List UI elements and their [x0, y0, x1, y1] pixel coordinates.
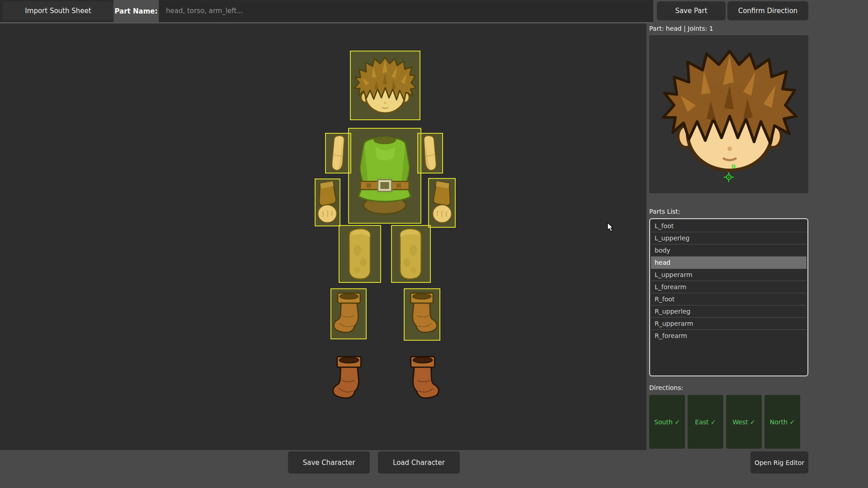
joint-marker-label: 0	[731, 163, 736, 170]
directions-row: South ✓ East ✓ West ✓ North ✓	[649, 395, 803, 449]
parts-list-item-head[interactable]: head	[651, 257, 807, 269]
part-box-right-foot[interactable]	[404, 288, 440, 341]
left-boot-unassigned-sprite[interactable]	[331, 353, 366, 403]
save-part-label: Save Part	[675, 7, 707, 15]
direction-button-east[interactable]: East ✓	[688, 395, 723, 449]
parts-list-item-l-foot[interactable]: L_foot	[651, 220, 807, 232]
parts-list-item-r-upperarm[interactable]: R_upperarm	[651, 318, 807, 330]
parts-list[interactable]: L_foot L_upperleg body head L_upperarm L…	[649, 218, 808, 376]
parts-list-label: Parts List:	[649, 208, 680, 215]
import-south-sheet-button[interactable]: Import South Sheet	[3, 1, 113, 20]
right-upperleg-sprite	[392, 226, 430, 282]
joint-marker-icon[interactable]	[724, 172, 734, 182]
save-character-button[interactable]: Save Character	[288, 451, 370, 474]
right-upperarm-sprite	[419, 133, 441, 174]
body-sprite	[350, 130, 419, 218]
direction-button-south[interactable]: South ✓	[649, 395, 685, 449]
parts-list-item-l-upperleg[interactable]: L_upperleg	[651, 232, 807, 244]
parts-list-item-r-upperleg[interactable]: R_upperleg	[651, 305, 807, 318]
open-rig-editor-button[interactable]: Open Rig Editor	[750, 451, 808, 474]
mouse-cursor	[607, 222, 613, 232]
part-preview: 0	[649, 35, 808, 193]
bottom-toolbar: Save Character Load Character Open Rig E…	[0, 450, 868, 488]
part-box-left-upperleg[interactable]	[339, 225, 381, 283]
confirm-direction-button[interactable]: Confirm Direction	[727, 1, 808, 20]
parts-list-item-l-upperarm[interactable]: L_upperarm	[651, 269, 807, 281]
right-foot-sprite	[406, 290, 439, 337]
part-box-right-upperarm[interactable]	[417, 133, 443, 174]
save-character-label: Save Character	[303, 459, 355, 467]
open-rig-editor-label: Open Rig Editor	[755, 459, 804, 466]
parts-list-item-body[interactable]: body	[651, 244, 807, 257]
left-forearm-sprite	[316, 180, 339, 225]
part-box-left-upperarm[interactable]	[325, 133, 351, 174]
left-foot-sprite	[332, 290, 365, 337]
head-sprite	[354, 53, 417, 118]
part-box-head[interactable]	[350, 51, 420, 120]
preview-head-sprite	[662, 44, 797, 180]
load-character-label: Load Character	[393, 459, 445, 467]
part-name-label: Part Name:	[113, 0, 159, 22]
direction-button-west[interactable]: West ✓	[726, 395, 762, 449]
right-forearm-sprite	[430, 180, 454, 225]
directions-label: Directions:	[649, 384, 683, 391]
part-box-right-upperleg[interactable]	[391, 225, 431, 283]
parts-list-item-r-foot[interactable]: R_foot	[651, 293, 807, 305]
load-character-button[interactable]: Load Character	[378, 451, 460, 474]
save-part-button[interactable]: Save Part	[657, 1, 726, 20]
parts-list-item-r-forearm[interactable]: R_forearm	[651, 330, 807, 342]
direction-button-north[interactable]: North ✓	[764, 395, 800, 449]
part-box-right-forearm[interactable]	[428, 178, 456, 228]
left-upperarm-sprite	[327, 133, 349, 174]
part-info-header: Part: head | Joints: 1	[649, 25, 713, 32]
left-upperleg-sprite	[340, 226, 379, 282]
confirm-direction-label: Confirm Direction	[738, 7, 798, 15]
part-name-input[interactable]	[160, 1, 652, 20]
part-box-left-foot[interactable]	[330, 288, 367, 339]
sprite-canvas[interactable]	[0, 23, 646, 450]
import-south-sheet-label: Import South Sheet	[25, 7, 91, 15]
right-boot-unassigned-sprite[interactable]	[406, 353, 441, 403]
part-box-left-forearm[interactable]	[315, 178, 340, 226]
part-box-body[interactable]	[348, 128, 421, 224]
parts-list-item-l-forearm[interactable]: L_forearm	[651, 281, 807, 293]
